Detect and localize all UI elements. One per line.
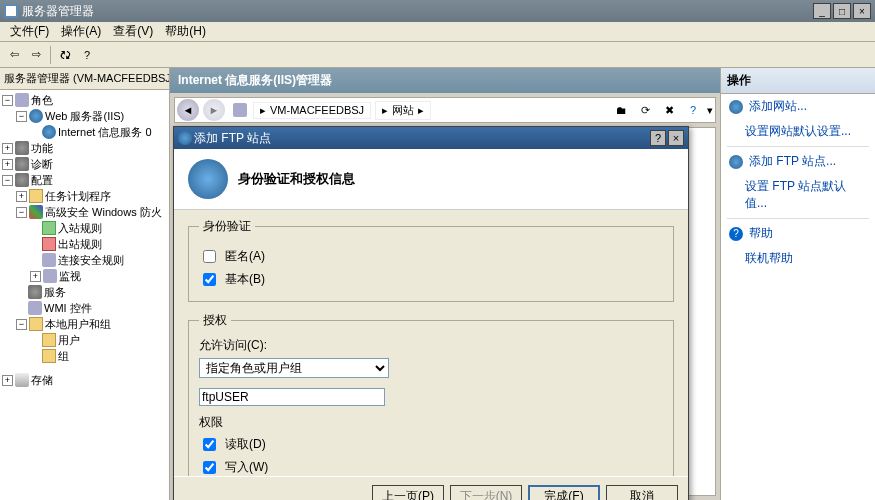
storage-icon bbox=[15, 373, 29, 387]
minimize-button[interactable]: _ bbox=[813, 3, 831, 19]
prev-button[interactable]: 上一页(P) bbox=[372, 485, 444, 500]
allow-access-select[interactable]: 指定角色或用户组 bbox=[199, 358, 389, 378]
monitor-icon bbox=[43, 269, 57, 283]
web-icon bbox=[29, 109, 43, 123]
menu-help[interactable]: 帮助(H) bbox=[159, 21, 212, 42]
dialog-button-row: 上一页(P) 下一步(N) 完成(F) 取消 bbox=[174, 476, 688, 500]
dialog-header: 身份验证和授权信息 bbox=[174, 149, 688, 210]
sched-icon bbox=[29, 189, 43, 203]
back-button[interactable]: ⇦ bbox=[4, 45, 24, 65]
expander-icon[interactable]: − bbox=[16, 111, 27, 122]
tree-localusers[interactable]: 本地用户和组 bbox=[45, 317, 111, 332]
expander-icon[interactable]: + bbox=[30, 271, 41, 282]
help-icon[interactable]: ? bbox=[77, 45, 97, 65]
tree-roles[interactable]: 角色 bbox=[31, 93, 53, 108]
tree-services[interactable]: 服务 bbox=[44, 285, 66, 300]
write-label: 写入(W) bbox=[225, 459, 268, 476]
menu-view[interactable]: 查看(V) bbox=[107, 21, 159, 42]
wmi-icon bbox=[28, 301, 42, 315]
auth-legend: 身份验证 bbox=[199, 218, 255, 235]
expander-icon[interactable]: + bbox=[2, 159, 13, 170]
server-tree-pane: 服务器管理器 (VM-MACFEEDBSJ) −角色 −Web 服务器(IIS)… bbox=[0, 68, 170, 500]
breadcrumb-sites[interactable]: ▸ 网站 ▸ bbox=[375, 101, 431, 120]
dropdown-icon[interactable]: ▾ bbox=[707, 104, 713, 117]
basic-label: 基本(B) bbox=[225, 271, 265, 288]
tree-wmi[interactable]: WMI 控件 bbox=[44, 301, 92, 316]
dialog-close-button[interactable]: × bbox=[668, 130, 684, 146]
refresh-icon[interactable]: ⟳ bbox=[635, 100, 655, 120]
expander-icon[interactable]: + bbox=[2, 375, 13, 386]
action-help[interactable]: ? 帮助 bbox=[721, 221, 875, 246]
authentication-group: 身份验证 匿名(A) 基本(B) bbox=[188, 218, 674, 302]
read-checkbox[interactable] bbox=[203, 438, 216, 451]
outbound-icon bbox=[42, 237, 56, 251]
server-icon bbox=[15, 93, 29, 107]
expander-icon[interactable]: + bbox=[16, 191, 27, 202]
dialog-help-button[interactable]: ? bbox=[650, 130, 666, 146]
allow-access-label: 允许访问(C): bbox=[199, 337, 663, 354]
action-add-ftp[interactable]: 添加 FTP 站点... bbox=[721, 149, 875, 174]
authorization-group: 授权 允许访问(C): 指定角色或用户组 权限 读取(D) bbox=[188, 312, 674, 476]
app-icon bbox=[4, 4, 18, 18]
users-icon bbox=[42, 333, 56, 347]
expander-icon[interactable]: − bbox=[2, 175, 13, 186]
refresh-button[interactable]: 🗘 bbox=[55, 45, 75, 65]
tree-winfw[interactable]: 高级安全 Windows 防火 bbox=[45, 205, 162, 220]
features-icon bbox=[15, 141, 29, 155]
groups-icon bbox=[42, 349, 56, 363]
help-icon: ? bbox=[729, 227, 743, 241]
browse-icon[interactable]: 🖿 bbox=[611, 100, 631, 120]
iis-manager-title: Internet 信息服务(IIS)管理器 bbox=[170, 68, 720, 93]
anonymous-checkbox[interactable] bbox=[203, 250, 216, 263]
close-button[interactable]: × bbox=[853, 3, 871, 19]
tree-diag[interactable]: 诊断 bbox=[31, 157, 53, 172]
action-add-site[interactable]: 添加网站... bbox=[721, 94, 875, 119]
dialog-heading: 身份验证和授权信息 bbox=[238, 170, 355, 188]
action-online-help[interactable]: 联机帮助 bbox=[721, 246, 875, 271]
finish-button[interactable]: 完成(F) bbox=[528, 485, 600, 500]
tree-config[interactable]: 配置 bbox=[31, 173, 53, 188]
tree-monitor[interactable]: 监视 bbox=[59, 269, 81, 284]
config-icon bbox=[15, 173, 29, 187]
expander-icon[interactable]: − bbox=[2, 95, 13, 106]
tree-features[interactable]: 功能 bbox=[31, 141, 53, 156]
diag-icon bbox=[15, 157, 29, 171]
add-ftp-site-dialog: 添加 FTP 站点 ? × 身份验证和授权信息 身份验证 匿名( bbox=[173, 126, 689, 500]
expander-icon[interactable]: − bbox=[16, 319, 27, 330]
maximize-button[interactable]: □ bbox=[833, 3, 851, 19]
globe-icon bbox=[729, 155, 743, 169]
expander-icon[interactable]: − bbox=[16, 207, 27, 218]
action-site-defaults[interactable]: 设置网站默认设置... bbox=[721, 119, 875, 144]
cancel-button[interactable]: 取消 bbox=[606, 485, 678, 500]
tree-groups[interactable]: 组 bbox=[58, 349, 69, 364]
tree-tasksched[interactable]: 任务计划程序 bbox=[45, 189, 111, 204]
window-title: 服务器管理器 bbox=[22, 3, 813, 20]
action-ftp-defaults[interactable]: 设置 FTP 站点默认值... bbox=[721, 174, 875, 216]
tree-web[interactable]: Web 服务器(IIS) bbox=[45, 109, 124, 124]
nav-back-button[interactable]: ◄ bbox=[177, 99, 199, 121]
tree-inbound[interactable]: 入站规则 bbox=[58, 221, 102, 236]
user-input[interactable] bbox=[199, 388, 385, 406]
write-checkbox[interactable] bbox=[203, 461, 216, 474]
menu-action[interactable]: 操作(A) bbox=[55, 21, 107, 42]
stop-icon[interactable]: ✖ bbox=[659, 100, 679, 120]
menu-file[interactable]: 文件(F) bbox=[4, 21, 55, 42]
basic-checkbox[interactable] bbox=[203, 273, 216, 286]
localusers-icon bbox=[29, 317, 43, 331]
anonymous-label: 匿名(A) bbox=[225, 248, 265, 265]
tree-outbound[interactable]: 出站规则 bbox=[58, 237, 102, 252]
inbound-icon bbox=[42, 221, 56, 235]
next-button: 下一步(N) bbox=[450, 485, 522, 500]
tree-iismgr[interactable]: Internet 信息服务 0 bbox=[58, 125, 152, 140]
tree-users[interactable]: 用户 bbox=[58, 333, 80, 348]
read-label: 读取(D) bbox=[225, 436, 266, 453]
tree-storage[interactable]: 存储 bbox=[31, 373, 53, 388]
forward-button[interactable]: ⇨ bbox=[26, 45, 46, 65]
expander-icon[interactable]: + bbox=[2, 143, 13, 154]
help-icon[interactable]: ? bbox=[683, 100, 703, 120]
tree-header: 服务器管理器 (VM-MACFEEDBSJ) bbox=[0, 68, 169, 90]
tree-connsec[interactable]: 连接安全规则 bbox=[58, 253, 124, 268]
breadcrumb-server[interactable]: ▸ VM-MACFEEDBSJ bbox=[253, 102, 371, 119]
nav-forward-button[interactable]: ► bbox=[203, 99, 225, 121]
toolbar: ⇦ ⇨ 🗘 ? bbox=[0, 42, 875, 68]
